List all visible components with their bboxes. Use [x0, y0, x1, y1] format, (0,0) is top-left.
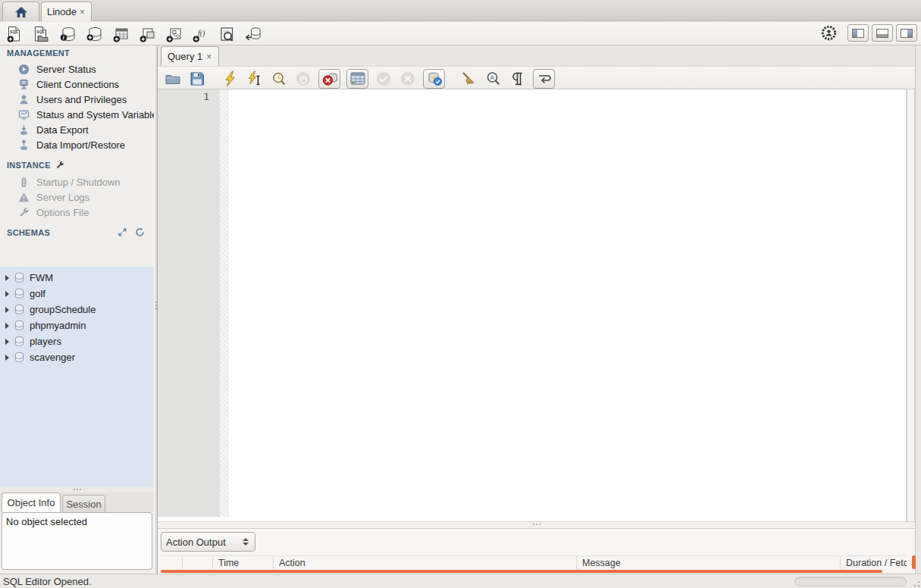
home-tab[interactable] — [2, 2, 39, 21]
column-header-action[interactable]: Action — [273, 556, 576, 569]
output-vertical-scrollbar[interactable] — [912, 555, 916, 569]
search-data-icon[interactable] — [217, 24, 236, 43]
right-panel-edge — [915, 45, 921, 574]
open-file-icon[interactable] — [164, 70, 182, 88]
svg-text:SQL: SQL — [36, 29, 45, 33]
data-export-icon — [17, 124, 30, 136]
output-type-select[interactable]: Action Output — [161, 532, 255, 552]
tab-session[interactable]: Session — [62, 495, 105, 512]
info-tab-bar: Object Info Session — [0, 493, 154, 512]
sidebar-item-server-logs[interactable]: Server Logs — [0, 189, 154, 205]
schema-item-golf[interactable]: golf — [0, 286, 154, 302]
editor-vertical-scrollbar[interactable] — [907, 89, 915, 567]
expander-icon[interactable] — [5, 275, 9, 281]
expander-icon[interactable] — [5, 339, 9, 345]
expander-icon[interactable] — [5, 323, 9, 329]
find-icon[interactable]: A — [484, 70, 503, 88]
output-panel: Action Output Time Action Message Durati… — [158, 529, 915, 574]
schema-list: FWM golf groupSchedule phpmyadmin player — [0, 267, 154, 487]
sidebar-item-data-export[interactable]: Data Export — [0, 122, 154, 137]
tab-object-info[interactable]: Object Info — [2, 493, 61, 512]
create-table-icon[interactable] — [111, 24, 130, 43]
fold-margin — [220, 89, 229, 517]
toggle-autocommit-button[interactable] — [423, 69, 445, 89]
output-splitter[interactable] — [158, 521, 915, 529]
object-info-panel: No object selected — [2, 512, 152, 570]
toggle-stop-on-error-button[interactable] — [318, 69, 340, 89]
expand-schemas-icon[interactable] — [117, 227, 127, 237]
create-view-icon[interactable] — [137, 24, 156, 43]
sidebar-item-server-status[interactable]: Server Status — [0, 61, 154, 77]
schema-item-fwm[interactable]: FWM — [0, 270, 154, 286]
bottom-panel-icon — [876, 29, 888, 38]
main-toolbar-right — [820, 24, 917, 42]
output-horizontal-scrollbar[interactable] — [161, 570, 882, 573]
sidebar-item-client-connections[interactable]: Client Connections — [0, 77, 154, 92]
explain-icon[interactable] — [270, 70, 288, 88]
window-resize-grip[interactable] — [910, 577, 919, 586]
reconnect-dbms-icon[interactable] — [243, 24, 262, 43]
expander-icon[interactable] — [5, 291, 9, 297]
main-toolbar: SQL SQL i f() — [0, 22, 921, 45]
rollback-icon — [399, 70, 417, 88]
open-sql-script-icon[interactable]: SQL — [31, 24, 50, 43]
wrap-text-button[interactable] — [533, 69, 555, 89]
create-function-icon[interactable]: f() — [190, 24, 209, 43]
inspect-database-icon[interactable]: i — [58, 24, 77, 43]
users-icon — [17, 93, 30, 105]
query-tab-close-icon[interactable]: × — [205, 52, 212, 61]
column-header-blank1[interactable] — [161, 556, 182, 569]
sidebar-item-users-privileges[interactable]: Users and Privileges — [0, 92, 154, 107]
new-sql-tab-icon[interactable]: SQL — [5, 24, 23, 43]
show-invisibles-icon[interactable] — [509, 70, 527, 88]
expander-icon[interactable] — [5, 307, 9, 313]
toggle-right-sidebar-button[interactable] — [896, 24, 917, 42]
execute-icon[interactable] — [221, 70, 240, 88]
schema-item-phpmyadmin[interactable]: phpmyadmin — [0, 317, 154, 333]
execute-current-icon[interactable] — [246, 70, 264, 88]
create-procedure-icon[interactable] — [164, 24, 183, 43]
splitter-grip — [533, 524, 540, 525]
sidebar-horizontal-splitter[interactable] — [0, 487, 154, 493]
save-icon[interactable] — [188, 70, 206, 88]
query-tab-bar: Query 1 × — [158, 45, 915, 66]
instance-section-title: INSTANCE — [7, 161, 64, 170]
code-area[interactable] — [229, 89, 906, 561]
sidebar-item-data-import[interactable]: Data Import/Restore — [0, 137, 154, 152]
column-header-blank2[interactable] — [182, 556, 212, 569]
schema-icon — [14, 352, 25, 363]
server-logs-icon — [17, 191, 30, 203]
column-header-message[interactable]: Message — [576, 556, 840, 569]
query-tab[interactable]: Query 1 × — [161, 46, 219, 66]
connection-tab-close-icon[interactable]: × — [79, 8, 86, 17]
admin-gear-icon — [820, 25, 837, 42]
output-table-header: Time Action Message Duration / Fetch — [161, 555, 907, 569]
server-status-icon — [17, 63, 30, 75]
sql-editor: 1 — [158, 89, 907, 567]
schema-item-scavenger[interactable]: scavenger — [0, 349, 154, 365]
stop-icon — [294, 70, 312, 88]
schema-item-players[interactable]: players — [0, 333, 154, 349]
sidebar-item-startup-shutdown[interactable]: Startup / Shutdown — [0, 174, 154, 189]
toggle-bottom-panel-button[interactable] — [872, 24, 893, 42]
limit-rows-button[interactable] — [346, 69, 368, 89]
column-header-duration[interactable]: Duration / Fetch — [840, 556, 907, 569]
create-schema-icon[interactable] — [84, 24, 103, 43]
progress-indicator — [794, 577, 907, 586]
refresh-schemas-icon[interactable] — [135, 227, 145, 237]
startup-shutdown-icon — [17, 176, 30, 188]
toggle-left-sidebar-button[interactable] — [847, 24, 869, 42]
sidebar-item-options-file[interactable]: Options File — [0, 205, 154, 220]
schema-item-groupschedule[interactable]: groupSchedule — [0, 302, 154, 317]
beautify-icon[interactable] — [460, 70, 478, 88]
output-type-value: Action Output — [166, 536, 226, 548]
sidebar-item-status-system-variables[interactable]: Status and System Variables — [0, 107, 154, 122]
connection-tab[interactable]: Linode × — [41, 2, 92, 21]
column-header-time[interactable]: Time — [212, 556, 273, 569]
schema-icon — [14, 320, 25, 331]
expander-icon[interactable] — [5, 355, 9, 361]
status-bar: SQL Editor Opened. — [0, 574, 921, 588]
schema-icon — [14, 288, 25, 299]
schema-icon — [14, 336, 25, 347]
management-section-title: MANAGEMENT — [7, 48, 70, 58]
